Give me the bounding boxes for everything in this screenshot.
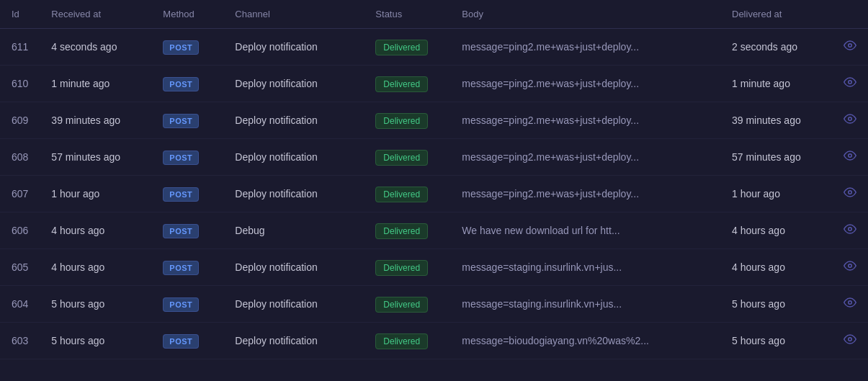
view-icon[interactable]: [844, 262, 856, 274]
view-icon[interactable]: [844, 42, 856, 54]
col-header-body: Body: [450, 0, 720, 29]
svg-point-7: [849, 301, 852, 305]
table-row: 603 5 hours ago POST Deploy notification…: [0, 323, 868, 359]
cell-channel: Deploy notification: [223, 29, 364, 66]
method-badge: POST: [163, 187, 199, 202]
table-row: 609 39 minutes ago POST Deploy notificat…: [0, 102, 868, 139]
col-header-id: Id: [0, 0, 40, 29]
table-row: 604 5 hours ago POST Deploy notification…: [0, 286, 868, 323]
method-badge: POST: [163, 40, 199, 55]
table-header-row: Id Received at Method Channel Status Bod…: [0, 0, 868, 29]
cell-delivered: 2 seconds ago: [720, 29, 832, 66]
cell-id: 605: [0, 249, 40, 286]
status-badge: Delivered: [375, 40, 428, 55]
cell-method: POST: [151, 249, 223, 286]
cell-delivered: 5 hours ago: [720, 286, 832, 323]
col-header-status: Status: [364, 0, 450, 29]
method-badge: POST: [163, 77, 199, 91]
cell-method: POST: [151, 139, 223, 176]
cell-action[interactable]: [832, 212, 868, 249]
status-badge: Delivered: [375, 150, 428, 166]
method-badge: POST: [163, 297, 199, 312]
webhooks-table: Id Received at Method Channel Status Bod…: [0, 0, 868, 381]
view-icon[interactable]: [844, 299, 856, 311]
cell-status: Delivered: [364, 102, 450, 139]
status-badge: Delivered: [375, 76, 428, 92]
cell-channel: Debug: [223, 212, 364, 249]
view-icon[interactable]: [844, 152, 856, 164]
status-badge: Delivered: [375, 113, 428, 129]
cell-received: 5 hours ago: [40, 323, 151, 359]
col-header-received: Received at: [40, 0, 151, 29]
cell-channel: Deploy notification: [223, 286, 364, 323]
cell-id: 608: [0, 139, 40, 176]
cell-status: Delivered: [364, 249, 450, 286]
cell-status: Delivered: [364, 176, 450, 212]
cell-action[interactable]: [832, 176, 868, 212]
cell-body: message=ping2.me+was+just+deploy...: [450, 66, 720, 102]
cell-delivered: 57 minutes ago: [720, 139, 832, 176]
cell-action[interactable]: [832, 66, 868, 102]
cell-channel: Deploy notification: [223, 249, 364, 286]
status-badge: Delivered: [375, 223, 428, 239]
cell-action[interactable]: [832, 323, 868, 359]
method-badge: POST: [163, 334, 199, 349]
cell-received: 5 hours ago: [40, 286, 151, 323]
cell-action[interactable]: [832, 102, 868, 139]
cell-method: POST: [151, 66, 223, 102]
cell-delivered: 5 hours ago: [720, 323, 832, 359]
cell-received: 39 minutes ago: [40, 102, 151, 139]
cell-channel: Deploy notification: [223, 176, 364, 212]
cell-delivered: 4 hours ago: [720, 249, 832, 286]
table-row: 610 1 minute ago POST Deploy notificatio…: [0, 66, 868, 102]
view-icon[interactable]: [844, 189, 856, 201]
view-icon[interactable]: [844, 225, 856, 238]
cell-id: 606: [0, 212, 40, 249]
cell-status: Delivered: [364, 286, 450, 323]
col-header-method: Method: [151, 0, 223, 29]
cell-body: message=ping2.me+was+just+deploy...: [450, 102, 720, 139]
cell-status: Delivered: [364, 66, 450, 102]
method-badge: POST: [163, 224, 199, 238]
cell-action[interactable]: [832, 249, 868, 286]
svg-point-0: [849, 44, 852, 48]
cell-method: POST: [151, 29, 223, 66]
cell-action[interactable]: [832, 286, 868, 323]
cell-method: POST: [151, 212, 223, 249]
table-row: 605 4 hours ago POST Deploy notification…: [0, 249, 868, 286]
col-header-action: [832, 0, 868, 29]
cell-method: POST: [151, 286, 223, 323]
col-header-delivered: Delivered at: [720, 0, 832, 29]
view-icon[interactable]: [844, 115, 856, 127]
cell-body: message=bioudogiayang.vn%20was%2...: [450, 323, 720, 359]
view-icon[interactable]: [844, 79, 856, 91]
view-icon[interactable]: [844, 336, 856, 348]
cell-body: message=ping2.me+was+just+deploy...: [450, 139, 720, 176]
cell-id: 604: [0, 286, 40, 323]
method-badge: POST: [163, 114, 199, 128]
cell-method: POST: [151, 176, 223, 212]
cell-received: 1 minute ago: [40, 66, 151, 102]
table-row: 606 4 hours ago POST Debug Delivered We …: [0, 212, 868, 249]
cell-status: Delivered: [364, 29, 450, 66]
cell-received: 57 minutes ago: [40, 139, 151, 176]
cell-id: 611: [0, 29, 40, 66]
cell-action[interactable]: [832, 139, 868, 176]
cell-action[interactable]: [832, 29, 868, 66]
cell-body: message=ping2.me+was+just+deploy...: [450, 176, 720, 212]
table-row: 608 57 minutes ago POST Deploy notificat…: [0, 139, 868, 176]
cell-method: POST: [151, 102, 223, 139]
status-badge: Delivered: [375, 333, 428, 349]
cell-channel: Deploy notification: [223, 139, 364, 176]
svg-point-8: [849, 338, 852, 341]
svg-point-1: [849, 81, 852, 84]
method-badge: POST: [163, 261, 199, 275]
cell-status: Delivered: [364, 212, 450, 249]
svg-point-5: [849, 228, 852, 231]
cell-body: message=staging.insurlink.vn+jus...: [450, 249, 720, 286]
cell-body: message=ping2.me+was+just+deploy...: [450, 29, 720, 66]
status-badge: Delivered: [375, 187, 428, 202]
table-row: 607 1 hour ago POST Deploy notification …: [0, 176, 868, 212]
table-row: 611 4 seconds ago POST Deploy notificati…: [0, 29, 868, 66]
cell-received: 4 hours ago: [40, 249, 151, 286]
